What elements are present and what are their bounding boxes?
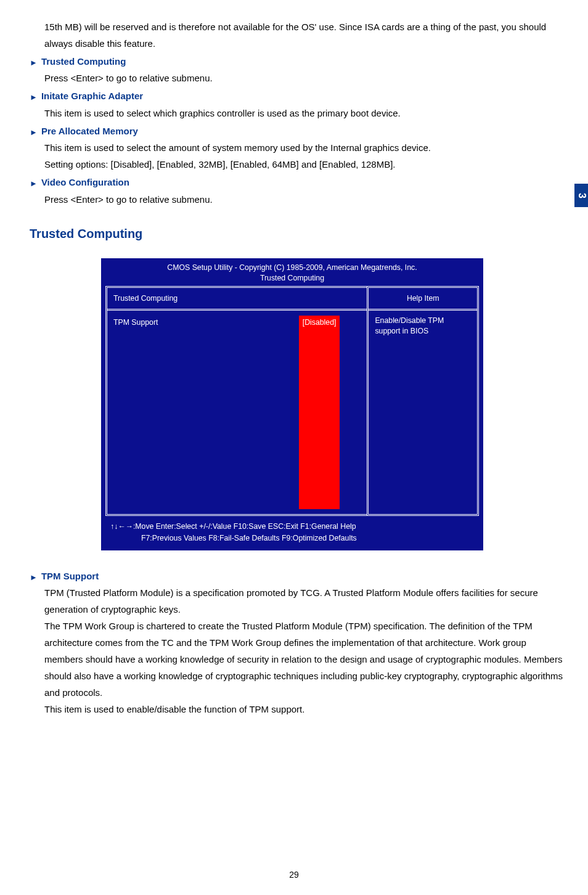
- item-desc: This item is used to select which graphi…: [44, 105, 567, 121]
- bios-screenshot: CMOS Setup Utility - Copyright (C) 1985-…: [101, 258, 483, 550]
- bios-header-line1: CMOS Setup Utility - Copyright (C) 1985-…: [102, 263, 483, 273]
- triangle-icon: ►: [30, 125, 38, 139]
- bios-left-panel: Trusted Computing TPM Support [Disabled]: [105, 286, 367, 516]
- tpm-para-1: TPM (Trusted Platform Module) is a speci…: [44, 584, 567, 618]
- item-video-config: ► Video Configuration: [30, 174, 573, 190]
- tpm-para-3: This item is used to enable/disable the …: [44, 701, 567, 717]
- triangle-icon: ►: [30, 90, 38, 104]
- bios-header-line2: Trusted Computing: [102, 273, 483, 284]
- item-title: TPM Support: [41, 568, 99, 584]
- tpm-para-2: The TPM Work Group is chartered to creat…: [44, 618, 567, 701]
- chapter-number: 3: [573, 193, 588, 198]
- bios-left-title: Trusted Computing: [107, 288, 367, 311]
- item-tpm-support: ► TPM Support: [30, 568, 573, 584]
- bios-footer: ↑↓←→:Move Enter:Select +/-/:Value F10:Sa…: [102, 516, 483, 550]
- bios-header: CMOS Setup Utility - Copyright (C) 1985-…: [102, 259, 483, 286]
- item-desc: Setting options: [Disabled], [Enabled, 3…: [44, 156, 567, 173]
- bios-right-panel: Help Item Enable/Disable TPM support in …: [367, 286, 479, 516]
- item-initate-graphic: ► Initate Graphic Adapter: [30, 88, 573, 104]
- intro-paragraph: 15th MB) will be reserved and is therefo…: [44, 18, 567, 52]
- item-trusted-computing: ► Trusted Computing: [30, 53, 573, 70]
- bios-footer-line1: ↑↓←→:Move Enter:Select +/-/:Value F10:Sa…: [110, 521, 474, 532]
- tpm-support-value[interactable]: [Disabled]: [299, 316, 340, 509]
- item-title: Trusted Computing: [41, 53, 126, 70]
- item-title: Initate Graphic Adapter: [41, 88, 143, 104]
- item-pre-allocated: ► Pre Allocated Memory: [30, 123, 573, 139]
- bios-help-body: Enable/Disable TPM support in BIOS: [369, 311, 477, 514]
- triangle-icon: ►: [30, 55, 38, 70]
- item-title: Pre Allocated Memory: [41, 123, 138, 139]
- triangle-icon: ►: [30, 570, 38, 584]
- item-desc: Press <Enter> to go to relative submenu.: [44, 191, 567, 208]
- bios-footer-line2: F7:Previous Values F8:Fail-Safe Defaults…: [110, 533, 474, 544]
- side-chapter-tab: 3: [574, 184, 588, 207]
- bios-left-content: TPM Support [Disabled]: [107, 311, 367, 514]
- triangle-icon: ►: [30, 176, 38, 190]
- item-desc: This item is used to select the amount o…: [44, 139, 567, 156]
- tpm-support-label: TPM Support: [113, 316, 158, 509]
- page-number: 29: [0, 867, 588, 883]
- bios-body: Trusted Computing TPM Support [Disabled]…: [105, 286, 479, 516]
- bios-help-title: Help Item: [369, 288, 477, 311]
- section-heading: Trusted Computing: [30, 223, 573, 245]
- item-title: Video Configuration: [41, 174, 129, 190]
- item-desc: Press <Enter> to go to relative submenu.: [44, 70, 567, 86]
